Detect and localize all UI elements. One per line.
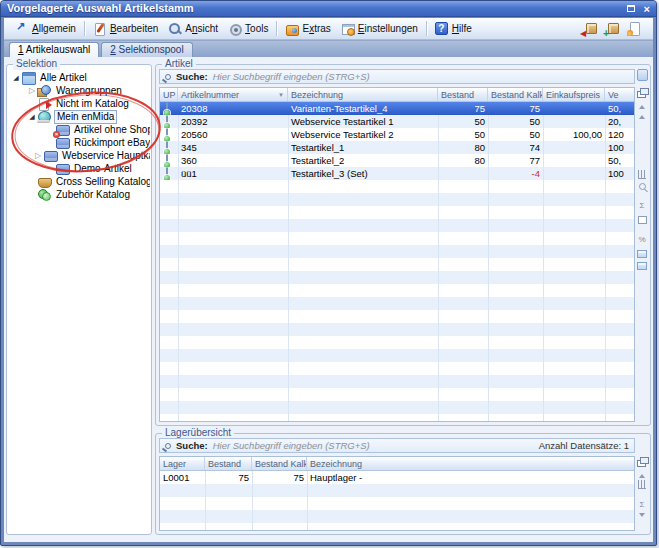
grid-panel-button[interactable] [637,69,648,81]
warengruppen-icon [37,85,52,97]
column-header-bestand-kalk[interactable]: Bestand Kalk. [252,457,307,470]
collapsed-icon[interactable]: ▷ [27,84,37,97]
expanded-icon[interactable]: ◢ [11,71,21,84]
table-row[interactable]: L0001 75 75 Hauptlager - [160,471,634,484]
column-header-bestand-kalk[interactable]: Bestand Kalk. [488,88,543,101]
category-icon [55,137,70,149]
scroll-down-icon[interactable] [639,513,645,517]
menu-einstellungen[interactable]: Einstellungen [336,20,423,37]
tree-item-rueckimport-ebay[interactable]: Rückimport eBay [9,136,150,149]
table-row[interactable]: 20392 Webservice Testartikel 1 50 50 20, [160,115,634,128]
column-header-bestand[interactable]: Bestand [438,88,488,101]
column-header-artikelnummer[interactable]: Artikelnummer▼ [178,88,288,101]
sum-icon[interactable] [640,194,645,212]
article-status-icon [166,167,168,180]
view-magnifier-icon [168,22,181,35]
add-article-icon[interactable] [603,21,619,36]
table-row[interactable]: 20560 Webservice Testartikel 2 50 50 100… [160,128,634,141]
app-window: Vorgelagerte Auswahl Artikelstamm × Allg… [0,0,657,546]
menu-tools[interactable]: Tools [223,20,273,37]
toolbox-icon [285,22,298,35]
tab-strip: 1 Artikelauswahl 2 Selektionspool [4,40,653,57]
restore-icon[interactable] [627,5,635,12]
selektion-label: Selektion [13,58,60,70]
tree-item-webservice-hauptkategorie[interactable]: ▷ Webservice Hauptkategorie [9,149,150,162]
column-chooser-icon[interactable] [636,87,648,99]
table-row[interactable]: 345 Testartikel_1 80 74 100 [160,141,634,154]
sort-desc-icon: ▼ [278,92,284,98]
search-placeholder: Hier Suchbegriff eingeben (STRG+S) [213,71,370,82]
table-row[interactable]: 360 Testartikel_2 80 77 50, [160,154,634,167]
help-icon [435,22,448,35]
lager-search-bar[interactable]: Suche: Hier Suchbegriff eingeben (STRG+S… [159,438,635,453]
collapsed-icon[interactable]: ▷ [33,149,43,162]
scroll-up-icon[interactable] [639,474,645,478]
grid-columns-icon[interactable] [638,170,646,179]
search-placeholder: Hier Suchbegriff eingeben (STRG+S) [213,440,370,451]
new-document-icon[interactable] [625,21,641,36]
zubehoer-icon [37,189,52,201]
record-count: Anzahl Datensätze: 1 [539,440,629,451]
export-article-icon[interactable] [581,21,597,36]
title-bar: Vorgelagerte Auswahl Artikelstamm × [1,1,656,17]
menu-separator [426,21,427,36]
artikel-search-bar[interactable]: Suche: Hier Suchbegriff eingeben (STRG+S… [159,69,635,84]
grid-columns-icon[interactable] [638,480,646,489]
menu-allgemein[interactable]: Allgemein [10,20,81,37]
article-status-icon [166,141,168,154]
list-view-icon[interactable] [637,262,647,270]
search-icon [165,443,171,449]
selection-tree: ◢ Alle Artikel ▷ Warengruppen Nicht im K… [9,71,150,532]
window-title: Vorgelagerte Auswahl Artikelstamm [7,1,194,16]
menu-bearbeiten[interactable]: Bearbeiten [88,20,163,37]
scroll-up-icon[interactable] [639,115,645,119]
selektion-groupbox: Selektion ◢ Alle Artikel ▷ Warengruppen [6,64,152,535]
tree-item-zubehoer-katalog[interactable]: Zubehör Katalog [9,188,150,201]
expanded-icon[interactable]: ◢ [27,110,37,123]
table-row[interactable]: üü1 Testartikel_3 (Set) -4 100 [160,167,634,180]
lager-grid-body: L0001 75 75 Hauptlager - [160,471,634,530]
column-header-bezeichnung[interactable]: Bezeichnung [307,457,634,470]
article-status-icon [166,115,168,128]
mein-enmida-icon [37,111,52,123]
close-icon[interactable]: × [644,4,650,14]
column-header-einkaufspreis[interactable]: Einkaufspreis [543,88,605,101]
tab-selektionspool[interactable]: 2 Selektionspool [101,42,192,57]
article-status-icon [166,128,168,141]
article-status-icon [166,154,168,167]
artikel-grid-body: 20308 Varianten-Testartikel_4 75 75 50, … [160,102,634,421]
tree-item-demo-artikel[interactable]: Demo-Artikel [9,162,150,175]
grid-side-toolbar [636,456,648,531]
all-articles-icon [21,72,36,84]
tree-item-alle-artikel[interactable]: ◢ Alle Artikel [9,71,150,84]
column-header-bezeichnung[interactable]: Bezeichnung [288,88,438,101]
sum-icon[interactable] [640,493,645,511]
menu-hilfe[interactable]: Hilfe [430,20,477,37]
tree-item-warengruppen[interactable]: ▷ Warengruppen [9,84,150,97]
cross-selling-icon [37,176,52,188]
menu-separator [84,21,85,36]
menu-separator [276,21,277,36]
menu-extras[interactable]: Extras [280,20,335,37]
tree-item-cross-selling-katalog[interactable]: Cross Selling Katalog [9,175,150,188]
menu-ansicht[interactable]: Ansicht [163,20,223,37]
tab-artikelauswahl[interactable]: 1 Artikelauswahl [9,42,99,57]
column-chooser-icon[interactable] [636,456,648,468]
lager-grid: Lager Bestand Bestand Kalk. Bezeichnung … [159,456,635,531]
table-row[interactable]: 20308 Varianten-Testartikel_4 75 75 50, [160,102,634,115]
tree-item-mein-enmida[interactable]: ◢ Mein enMida [9,110,150,123]
table-view-icon[interactable] [638,216,647,224]
zoom-icon[interactable] [639,183,646,190]
column-header-lager[interactable]: Lager [160,457,205,470]
column-header-ve[interactable]: Ve [605,88,634,101]
column-header-bestand[interactable]: Bestand [205,457,252,470]
artikel-groupbox: Artikel Suche: Hier Suchbegriff eingeben… [155,64,651,426]
scroll-up-icon[interactable] [639,105,645,109]
percent-icon[interactable] [638,228,645,246]
list-view-icon[interactable] [637,250,647,258]
tree-item-artikel-ohne-shop-kategorie[interactable]: Artikel ohne Shop-Kategorie [9,123,150,136]
column-header-up[interactable]: UP [160,88,178,101]
lageruebersicht-groupbox: Lagerübersicht Suche: Hier Suchbegriff e… [155,433,651,535]
tree-item-nicht-im-katalog[interactable]: Nicht im Katalog [9,97,150,110]
gear-icon [228,22,241,35]
